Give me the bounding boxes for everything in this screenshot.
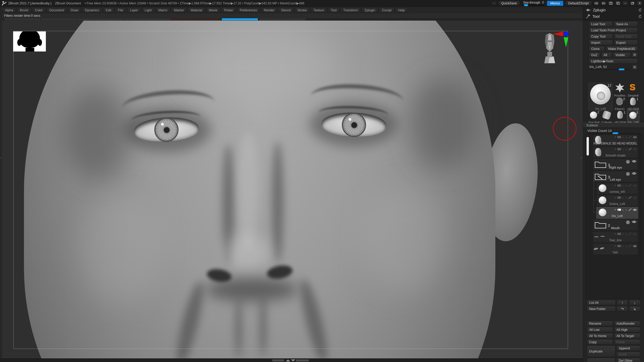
subtool-folder-left-eye[interactable]: 3 Left eye xyxy=(593,171,638,182)
subtool-item-tear-line[interactable]: ▾ ◐ ◑ Tear_line xyxy=(593,231,638,243)
rename-button[interactable]: Rename xyxy=(587,321,613,326)
uv-icon[interactable]: ◑ xyxy=(625,184,627,187)
goz-visible-button[interactable]: Visible xyxy=(613,52,631,58)
subtool-folder-right-eye[interactable]: 3 Right eye xyxy=(593,159,638,170)
paint-brush-icon[interactable] xyxy=(628,232,632,236)
menu-macro[interactable]: Macro xyxy=(156,7,170,13)
zplugin-reset-icon[interactable] xyxy=(638,8,642,12)
visibility-eye-icon[interactable] xyxy=(632,220,636,223)
subtool-item-cornea-left[interactable]: ▾ ◐ ◑ cornea_left xyxy=(596,183,638,194)
menu-picker[interactable]: Picker xyxy=(221,7,236,13)
left-tray-divider-arrow[interactable]: ‹ xyxy=(0,156,1,159)
all-to-target-button[interactable]: All To Target xyxy=(614,333,640,339)
visible-count-slider[interactable]: Visible Count 14 xyxy=(587,128,640,134)
polypaint-icon[interactable] xyxy=(617,233,621,235)
paint-brush-icon[interactable] xyxy=(628,135,632,139)
panel-layout-icon[interactable] xyxy=(608,1,614,6)
visibility-eye-icon[interactable] xyxy=(633,136,637,139)
subtool-item-smooth-model[interactable]: ▾ ◐ ◑ Smooth model xyxy=(593,146,638,158)
load-tools-from-project-button[interactable]: Load Tools From Project xyxy=(589,28,638,33)
see-through-track[interactable] xyxy=(522,5,545,6)
menu-draw[interactable]: Draw xyxy=(68,7,81,13)
move-up-button[interactable]: ↑ xyxy=(617,300,628,305)
move-into-folder-button[interactable]: ↳ xyxy=(629,306,640,312)
axis-gizmo[interactable] xyxy=(552,31,570,49)
tool-thumb-cylinder[interactable]: Cylinder xyxy=(601,110,613,123)
all-high-button[interactable]: All High xyxy=(614,327,640,332)
delete-button[interactable]: Delete xyxy=(587,358,615,362)
colorize-icon[interactable]: ◐ xyxy=(622,148,624,151)
flatten-icon[interactable]: ▾ xyxy=(614,148,616,151)
active-tool-slider-handle[interactable] xyxy=(619,68,624,70)
paint-brush-icon[interactable] xyxy=(628,196,632,199)
uv-icon[interactable]: ◑ xyxy=(625,196,627,199)
quicksave-button[interactable]: QuickSave xyxy=(498,1,520,6)
clone-button[interactable]: Clone xyxy=(589,46,605,51)
tray-right-arrow-icon[interactable] xyxy=(601,1,606,6)
right-tray-divider-arrow[interactable]: ‹ xyxy=(581,156,582,159)
move-down-button[interactable]: ↓ xyxy=(629,300,640,305)
menu-zplugin[interactable]: Zplugin xyxy=(362,7,378,13)
load-tool-button[interactable]: Load Tool xyxy=(589,21,613,27)
subtool-item-sclera-left[interactable]: ▾ ◐ ◑ Sclera_Left xyxy=(596,195,638,206)
colorize-icon[interactable]: ◐ xyxy=(622,136,624,139)
paint-brush-icon[interactable] xyxy=(628,208,632,211)
menu-dynamics[interactable]: Dynamics xyxy=(82,7,102,13)
colorize-icon[interactable]: ◐ xyxy=(622,196,624,199)
flatten-icon[interactable]: ▾ xyxy=(614,184,616,187)
colorize-icon[interactable]: ◐ xyxy=(622,184,624,187)
menu-material[interactable]: Material xyxy=(188,7,205,13)
polypaint-icon[interactable] xyxy=(617,245,621,247)
menu-file[interactable]: File xyxy=(115,7,126,13)
active-tool-slider[interactable]: Iris_Left. 52 xyxy=(589,65,631,70)
tool-reset-icon[interactable] xyxy=(638,15,642,18)
list-all-button[interactable]: List All xyxy=(587,300,616,305)
menu-tool[interactable]: Tool xyxy=(328,7,340,13)
menu-zscript[interactable]: Zscript xyxy=(379,7,394,13)
visibility-eye-icon[interactable] xyxy=(632,172,636,175)
menu-document[interactable]: Document xyxy=(47,7,67,13)
duplicate-button[interactable]: Duplicate xyxy=(587,346,615,357)
insert-button[interactable]: Insert xyxy=(616,352,640,357)
tray-down-arrow-icon[interactable] xyxy=(291,359,295,361)
active-tool-r-button[interactable]: R xyxy=(632,65,638,70)
append-button[interactable]: Append xyxy=(616,346,640,351)
visibility-eye-icon[interactable] xyxy=(632,160,636,163)
tool-palette-header[interactable]: Tool xyxy=(583,13,644,20)
see-through-handle[interactable] xyxy=(524,4,528,6)
tool-thumb-simplebrush[interactable]: S SimpleB xyxy=(627,83,639,97)
restore-button[interactable] xyxy=(630,1,635,6)
subtool-folder-mouth[interactable]: 2 Mouth xyxy=(593,219,638,231)
copy-subtool-button[interactable]: Copy xyxy=(587,339,613,345)
subtool-item-hair[interactable]: ▾ ◐ ◑ hair xyxy=(593,243,638,255)
lightbox-tools-button[interactable]: Lightbox▶Tools xyxy=(589,58,638,64)
menu-help[interactable]: Help xyxy=(395,7,408,13)
uv-icon[interactable]: ◑ xyxy=(625,208,627,211)
paint-brush-icon[interactable] xyxy=(628,244,632,248)
flatten-icon[interactable]: ▾ xyxy=(614,196,616,199)
active-tool-slider-track[interactable] xyxy=(589,69,630,70)
subtool-item-head-model[interactable]: ▾ ◐ ◑ HD FEMALE 3D HEAD MODEL xyxy=(593,134,638,146)
visibility-eye-icon[interactable] xyxy=(633,184,637,187)
sculpt-canvas[interactable] xyxy=(2,21,583,358)
subtool-section-header[interactable]: Subtool xyxy=(583,123,644,128)
visible-count-handle[interactable] xyxy=(613,132,618,134)
menu-transform[interactable]: Transform xyxy=(341,7,361,13)
all-low-button[interactable]: All Low xyxy=(587,327,613,332)
menu-brush[interactable]: Brush xyxy=(17,7,31,13)
flatten-icon[interactable]: ▾ xyxy=(614,232,616,236)
visibility-eye-icon[interactable] xyxy=(633,209,637,211)
polypaint-icon[interactable] xyxy=(617,184,621,187)
zplugin-palette-header[interactable]: Zplugin xyxy=(583,7,644,13)
menu-texture[interactable]: Texture xyxy=(311,7,327,13)
tray-left-arrow-icon[interactable] xyxy=(594,1,599,6)
tool-thumb-irisleft-selected[interactable]: 2 Iris_Left xyxy=(627,110,639,123)
uv-icon[interactable]: ◑ xyxy=(625,232,627,236)
all-to-home-button[interactable]: All To Home xyxy=(587,333,613,339)
see-through-slider[interactable]: See-through0 xyxy=(522,1,545,6)
menu-color[interactable]: Color xyxy=(32,7,46,13)
polypaint-icon[interactable] xyxy=(617,148,621,150)
polypaint-icon[interactable] xyxy=(617,209,621,211)
default-zscript-button[interactable]: DefaultZScript xyxy=(565,1,592,6)
tool-thumb-eyeball[interactable]: 2 Eye Ball xyxy=(588,110,600,123)
